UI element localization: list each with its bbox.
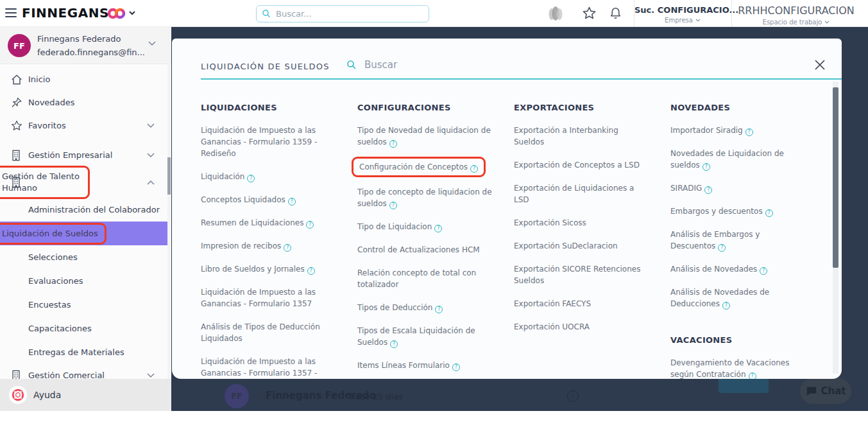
star-icon [10, 119, 23, 132]
sidebar-item-administracion-del-colaborador[interactable]: Administración del Colaborador [0, 198, 169, 222]
menu-item-tipo-de-novedad-de-liquidacion-de-sueldos[interactable]: Tipo de Novedad de liquidacion de sueldo… [357, 125, 492, 148]
help-icon[interactable]: ? [702, 163, 710, 171]
search-icon [346, 60, 357, 70]
sidebar: FF Finnegans Federado federado.finnegans… [0, 27, 171, 411]
help-icon[interactable]: ? [434, 225, 442, 232]
sidebar-item-label: Inicio [28, 74, 50, 85]
modal-scrollbar-thumb[interactable] [833, 87, 838, 268]
chevron-up-icon [147, 180, 155, 185]
sidebar-scrollbar-track[interactable] [167, 27, 171, 411]
menu-item-exportacion-a-interbanking-sueldos[interactable]: Exportación a Interbanking Sueldos [514, 125, 649, 148]
menu-item-tipos-de-deduccion[interactable]: Tipos de Deducción? [357, 302, 492, 313]
notifications-bell-icon[interactable] [608, 6, 623, 21]
menu-item-resumen-de-liquidaciones[interactable]: Resumen de Liquidaciones? [201, 217, 336, 229]
menu-item-conceptos-liquidados[interactable]: Conceptos Liquidados? [201, 194, 336, 205]
menu-item-relacion-concepto-de-total-con-totalizador[interactable]: Relación concepto de total con totalizad… [357, 267, 492, 290]
sidebar-item-inicio[interactable]: Inicio [0, 68, 169, 91]
menu-item-exportacion-uocra[interactable]: Exportación UOCRA [514, 321, 649, 333]
menu-item-liquidacion[interactable]: Liquidación? [201, 171, 336, 182]
help-icon[interactable]: ? [288, 198, 296, 205]
menu-item-label: Liquidación de Impuesto a las Ganancias … [201, 288, 316, 308]
help-icon[interactable]: ? [722, 302, 730, 310]
help-icon[interactable]: ? [389, 140, 397, 148]
org-blob-icon[interactable] [545, 4, 566, 22]
sidebar-item-novedades[interactable]: Novedades [0, 91, 169, 114]
menu-item-impresion-de-recibos[interactable]: Impresion de recibos? [201, 240, 336, 252]
sidebar-scrollbar-thumb[interactable] [167, 157, 171, 195]
menu-item-label: Análisis de Tipos de Deducción Liquidado… [201, 322, 320, 343]
menu-item-libro-de-sueldos-y-jornales[interactable]: Libro de Sueldos y Jornales? [201, 263, 336, 275]
sidebar-item-gestion-empresarial[interactable]: Gestión Empresarial [0, 144, 169, 167]
menu-item-label: Análisis de Novedades de Deducciones? [670, 288, 769, 308]
menu-item-items-lineas-formulario[interactable]: Items Líneas Formulario? [357, 360, 492, 371]
help-icon[interactable]: ? [749, 372, 756, 379]
sidebar-item-capacitaciones[interactable]: Capacitaciones [0, 317, 169, 340]
menu-item-liquidacion-de-impuesto-a-las-ganancias-formulario-1357[interactable]: Liquidación de Impuesto a las Ganancias … [201, 356, 336, 379]
section-header: CONFIGURACIONES [357, 103, 492, 114]
sidebar-item-selecciones[interactable]: Selecciones [0, 245, 169, 269]
help-icon[interactable]: ? [307, 267, 315, 275]
help-icon[interactable]: ? [390, 340, 398, 348]
menu-item-control-de-actualizaciones-hcm[interactable]: Control de Actualizaciones HCM [357, 244, 492, 256]
sidebar-item-label: Selecciones [28, 252, 78, 263]
menu-item-tipo-de-concepto-de-liquidacion-de-sueldos[interactable]: Tipo de concepto de liquidacion de sueld… [357, 186, 492, 209]
help-icon[interactable]: ? [470, 165, 478, 173]
menu-item-tipo-de-liquidacion[interactable]: Tipo de Liquidacion? [357, 221, 492, 232]
sidebar-item-encuestas[interactable]: Encuestas [0, 293, 169, 317]
menu-item-importador-siradig[interactable]: Importador Siradig? [670, 125, 805, 136]
sidebar-item-label: Liquidación de Sueldos [0, 223, 106, 245]
sidebar-item-liquidacion-de-sueldos[interactable]: Liquidación de Sueldos [0, 222, 169, 245]
close-icon[interactable] [813, 58, 826, 71]
menu-item-devengamiento-de-vacaciones-segun-contratacion[interactable]: Devengamiento de Vacaciones según Contra… [670, 357, 805, 379]
sidebar-item-evaluaciones[interactable]: Evaluaciones [0, 269, 169, 293]
modal-search-input[interactable] [363, 58, 607, 71]
menu-item-embargos-y-descuentos[interactable]: Embargos y descuentos? [670, 205, 805, 217]
company-selector[interactable]: Suc. CONFIGURACIO... Empresa [634, 0, 731, 27]
menu-item-exportacion-faecys[interactable]: Exportación FAECYS [514, 298, 649, 310]
user-account-row[interactable]: FF Finnegans Federado federado.finnegans… [0, 27, 171, 64]
menu-item-configuracion-de-conceptos[interactable]: Configuración de Conceptos? [357, 159, 492, 175]
menu-item-tipos-de-escala-liquidacion-de-sueldos[interactable]: Tipos de Escala Liquidación de Sueldos? [357, 325, 492, 348]
menu-item-label: Libro de Sueldos y Jornales? [201, 265, 315, 274]
sidebar-item-gestion-de-talento-humano[interactable]: Gestión de Talento Humano [0, 167, 169, 198]
menu-item-novedades-de-liquidacion-de-sueldos[interactable]: Novedades de Liquidacion de sueldos? [670, 148, 805, 171]
global-search-input[interactable] [256, 5, 429, 22]
menu-item-analisis-de-novedades-de-deducciones[interactable]: Análisis de Novedades de Deducciones? [670, 286, 805, 310]
menu-item-analisis-de-novedades[interactable]: Análisis de Novedades? [670, 263, 805, 275]
workspace-selector[interactable]: RRHHCONFIGURACION Espacio de trabajo [732, 0, 860, 27]
menu-item-label: Importador Siradig? [670, 126, 753, 135]
menu-item-siradig[interactable]: SIRADIG? [670, 182, 805, 194]
help-icon[interactable]: ? [389, 202, 397, 209]
favorites-star-icon[interactable] [581, 6, 597, 21]
menu-item-exportacion-sicore-retenciones-sueldos[interactable]: Exportación SICORE Retenciones Sueldos [514, 263, 649, 286]
help-button[interactable]: Ayuda [0, 379, 171, 411]
menu-item-exportacion-sudeclaracion[interactable]: Exportación SuDeclaracion [514, 240, 649, 252]
menu-item-label: Items Líneas Formulario? [357, 361, 460, 370]
menu-item-exportacion-de-conceptos-a-lsd[interactable]: Exportación de Conceptos a LSD [514, 159, 649, 171]
menu-item-exportacion-sicoss[interactable]: Exportación Sicoss [514, 217, 649, 229]
help-icon[interactable]: ? [704, 186, 712, 194]
help-icon[interactable]: ? [718, 244, 726, 252]
help-icon[interactable]: ? [745, 128, 753, 136]
menu-item-exportacion-de-liquidaciones-a-lsd[interactable]: Exportación de Liquidaciones a LSD [514, 182, 649, 205]
help-icon[interactable]: ? [765, 209, 773, 217]
menu-item-liquidacion-de-impuesto-a-las-ganancias-formulario-1357[interactable]: Liquidación de Impuesto a las Ganancias … [201, 286, 336, 310]
sidebar-item-label: Gestión Empresarial [28, 150, 112, 161]
menu-item-label: Análisis de Embargos y Descuentos? [670, 230, 760, 250]
menu-item-analisis-de-embargos-y-descuentos[interactable]: Análisis de Embargos y Descuentos? [670, 229, 805, 252]
sidebar-item-entregas-de-materiales[interactable]: Entregas de Materiales [0, 340, 169, 364]
hamburger-menu-icon[interactable] [5, 8, 17, 17]
sidebar-item-label: Entregas de Materiales [28, 347, 124, 358]
help-icon[interactable]: ? [247, 175, 255, 182]
help-icon[interactable]: ? [760, 267, 767, 275]
help-icon[interactable]: ? [435, 306, 443, 313]
lifebuoy-icon [9, 386, 27, 404]
help-icon[interactable]: ? [452, 363, 460, 371]
help-icon[interactable]: ? [306, 221, 314, 229]
menu-item-analisis-de-tipos-de-deduccion-liquidados[interactable]: Análisis de Tipos de Deducción Liquidado… [201, 321, 336, 344]
help-icon[interactable]: ? [284, 244, 291, 252]
brand-dropdown-caret-icon[interactable] [129, 11, 135, 15]
sidebar-item-favoritos[interactable]: Favoritos [0, 114, 169, 137]
workspace-name: RRHHCONFIGURACION [732, 4, 860, 17]
menu-item-liquidacion-de-impuesto-a-las-ganancias-formulario-1359-rediseno[interactable]: Liquidación de Impuesto a las Ganancias … [201, 125, 336, 159]
